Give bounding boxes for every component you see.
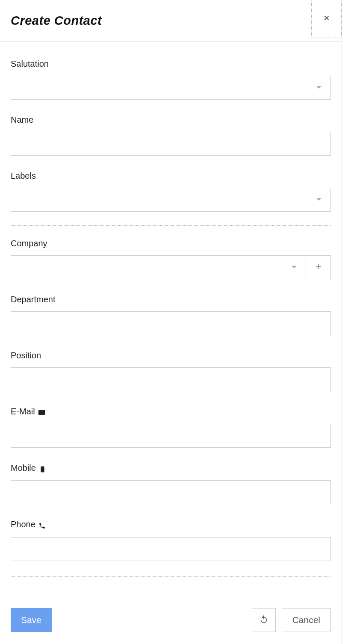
field-labels: Labels: [11, 171, 331, 212]
position-label: Position: [11, 351, 331, 360]
field-company: Company: [11, 239, 331, 279]
mobile-label: Mobile: [11, 463, 331, 473]
phone-label: Phone: [11, 520, 331, 530]
chevron-down-icon: [316, 196, 322, 204]
close-button[interactable]: [311, 0, 342, 38]
labels-select[interactable]: [11, 188, 331, 212]
plus-icon: [315, 263, 322, 272]
chevron-down-icon: [316, 84, 322, 92]
phone-input[interactable]: [11, 537, 331, 561]
undo-icon: [259, 614, 268, 626]
name-input[interactable]: [11, 132, 331, 156]
reset-button[interactable]: [252, 608, 276, 632]
modal-body: Salutation Name Labels: [0, 42, 342, 600]
field-phone: Phone: [11, 520, 331, 561]
name-label: Name: [11, 115, 331, 125]
field-name: Name: [11, 115, 331, 156]
email-label: E-Mail: [11, 407, 331, 417]
field-position: Position: [11, 351, 331, 391]
mobile-icon: [39, 464, 46, 473]
envelope-icon: [38, 407, 45, 417]
mobile-input[interactable]: [11, 480, 331, 504]
position-input[interactable]: [11, 367, 331, 391]
modal-header: Create Contact: [0, 0, 342, 42]
create-contact-modal: Create Contact Salutation Name Labels: [0, 0, 342, 644]
add-company-button[interactable]: [306, 255, 331, 279]
company-select[interactable]: [11, 255, 306, 279]
field-mobile: Mobile: [11, 463, 331, 504]
field-email: E-Mail: [11, 407, 331, 448]
modal-footer: Save Cancel: [0, 600, 342, 644]
cancel-button[interactable]: Cancel: [282, 608, 331, 632]
section-divider: [11, 576, 331, 577]
salutation-label: Salutation: [11, 59, 331, 69]
field-salutation: Salutation: [11, 59, 331, 100]
salutation-select[interactable]: [11, 76, 331, 100]
department-label: Department: [11, 295, 331, 304]
phone-icon: [38, 520, 46, 530]
close-icon: [323, 14, 330, 24]
section-divider: [11, 225, 331, 226]
save-button[interactable]: Save: [11, 608, 52, 632]
modal-title: Create Contact: [0, 14, 102, 28]
field-department: Department: [11, 295, 331, 335]
labels-label: Labels: [11, 171, 331, 181]
company-label: Company: [11, 239, 331, 248]
chevron-down-icon: [291, 263, 297, 271]
email-input[interactable]: [11, 424, 331, 448]
department-input[interactable]: [11, 311, 331, 335]
svg-point-4: [42, 471, 43, 471]
